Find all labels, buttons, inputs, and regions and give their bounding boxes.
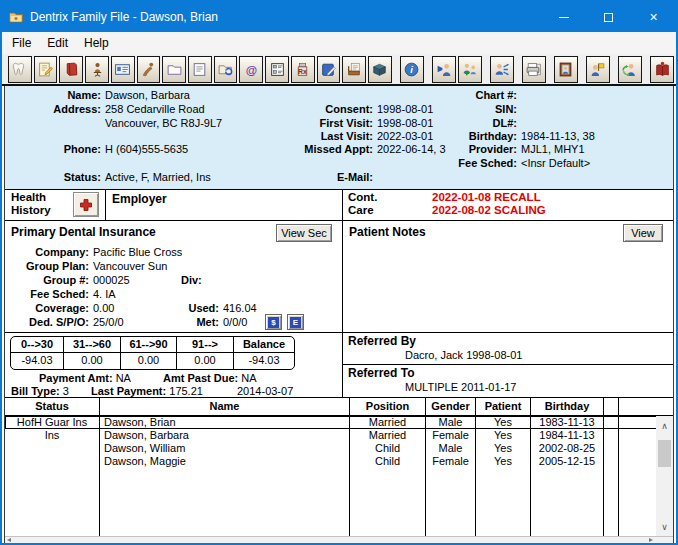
amt-past-due: Amt Past Due: NA — [163, 372, 257, 384]
file-organizer-icon — [346, 61, 363, 78]
exceptions-button[interactable]: E — [287, 314, 304, 330]
document-button[interactable] — [188, 56, 212, 83]
questionnaire-button[interactable] — [265, 56, 289, 83]
family-row-barbara[interactable]: InsDawson, BarbaraMarriedFemaleYes1984-1… — [5, 429, 673, 442]
first-visit-row: First Visit:1998-08-01 — [281, 117, 433, 129]
select-patient-icon — [436, 61, 453, 78]
name-row: Name:Dawson, Barbara — [9, 89, 190, 101]
address-line1: 258 Cedarville Road — [105, 103, 205, 115]
treatment-button[interactable] — [137, 56, 161, 83]
picture-frame-icon — [557, 61, 574, 78]
select-patient-button[interactable] — [432, 56, 456, 83]
health-history-button[interactable] — [73, 192, 99, 217]
cont-care-label-1: Cont. — [348, 191, 377, 203]
add-family-member-button[interactable] — [458, 56, 482, 83]
referred-by-title: Referred By — [348, 334, 416, 348]
info-button[interactable]: i — [400, 56, 424, 83]
header-position: Position — [350, 398, 426, 415]
cont-care-panel: Cont. Care 2022-01-08 RECALL 2022-08-02 … — [343, 190, 673, 220]
folder-sync-button[interactable] — [214, 56, 238, 83]
menu-help[interactable]: Help — [76, 34, 117, 52]
scroll-left-arrow[interactable] — [7, 538, 11, 542]
patient-id-button[interactable] — [111, 56, 135, 83]
company-row: Company:Pacific Blue Cross — [5, 246, 182, 258]
insurance-notes-row: Primary Dental Insurance View Sec Compan… — [5, 221, 673, 333]
sin-row: SIN: — [425, 103, 521, 115]
title-bar: Dentrix Family File - Dawson, Brian × — [2, 2, 676, 32]
running-person-icon — [140, 61, 157, 78]
treatment-planner-button[interactable] — [317, 56, 341, 83]
aging-val-61-90: 0.00 — [121, 353, 177, 369]
provider-row: Provider:MJL1, MHY1 — [425, 143, 585, 155]
office-journal-button[interactable] — [368, 56, 392, 83]
prescriptions-button[interactable]: Rx — [291, 56, 315, 83]
aging-val-balance: -94.03 — [234, 353, 294, 369]
referred-to-title: Referred To — [348, 366, 414, 380]
add-person-icon — [461, 61, 478, 78]
folder-button[interactable] — [162, 56, 186, 83]
aging-val-91: 0.00 — [177, 353, 234, 369]
app-icon — [8, 9, 24, 25]
content-area: Name:Dawson, Barbara Address:258 Cedarvi… — [4, 86, 674, 543]
group-number-row: Group #:000025 — [5, 274, 130, 286]
health-history-panel: Health History Employer — [5, 190, 343, 220]
referral-button[interactable] — [650, 56, 674, 83]
close-button[interactable]: × — [631, 2, 676, 32]
view-notes-button[interactable]: View — [623, 224, 663, 242]
dollar-icon: $ — [268, 317, 279, 328]
used-row: Used:416.04 — [145, 302, 257, 314]
vertical-scrollbar[interactable]: ∧ ∨ — [656, 416, 673, 536]
aging-val-31-60: 0.00 — [64, 353, 121, 369]
missed-appt-row: Missed Appt:2022-06-14, 3 — [281, 143, 446, 155]
family-row-brian[interactable]: HofH Guar InsDawson, BrianMarriedMaleYes… — [5, 416, 673, 429]
refresh-person-icon — [621, 61, 638, 78]
menu-file[interactable]: File — [4, 34, 39, 52]
header-name: Name — [100, 398, 350, 415]
patient-alert-button[interactable] — [586, 56, 610, 83]
patient-transfer-button[interactable] — [490, 56, 514, 83]
svg-text:@: @ — [246, 62, 257, 75]
folder-icon — [166, 61, 183, 78]
email-row: E-Mail: — [281, 171, 377, 183]
flag-person-icon — [589, 61, 606, 78]
coverage-row: Coverage:0.00 — [5, 302, 114, 314]
family-member-list: Status Name Position Gender Patient Birt… — [5, 398, 673, 536]
scroll-up-arrow[interactable]: ∧ — [656, 418, 673, 433]
health-history-row: Health History Employer Cont. Care 2022-… — [5, 190, 673, 221]
met-row: Met:0/0/0 — [145, 316, 247, 328]
referred-by-panel: Referred By Dacro, Jack 1998-08-01 — [343, 333, 673, 365]
open-book-person-icon — [654, 61, 671, 78]
email-button[interactable]: @ — [239, 56, 263, 83]
office-manager-button[interactable] — [85, 56, 109, 83]
patient-status: Active, F, Married, Ins — [105, 171, 211, 183]
dentrix-family-file-window: Dentrix Family File - Dawson, Brian × Fi… — [0, 0, 678, 545]
family-row-maggie[interactable]: Dawson, MaggieChildFemaleYes2005-12-15 — [5, 455, 673, 468]
document-center-button[interactable] — [342, 56, 366, 83]
red-cross-icon — [78, 197, 94, 213]
address-line2: Vancouver, BC R8J-9L7 — [101, 117, 222, 129]
ledger-button[interactable] — [59, 56, 83, 83]
minimize-button[interactable] — [541, 2, 586, 32]
patient-picture-button[interactable] — [554, 56, 578, 83]
scroll-down-arrow[interactable]: ∨ — [656, 519, 673, 534]
update-family-button[interactable] — [618, 56, 642, 83]
coverage-table-button[interactable]: $ — [265, 314, 282, 330]
family-table-filler — [5, 468, 673, 536]
toolbar: @ Rx i — [2, 54, 676, 86]
svg-text:i: i — [411, 64, 414, 75]
family-row-william[interactable]: Dawson, WilliamChildMaleYes2002-08-25 — [5, 442, 673, 455]
header-status: Status — [5, 398, 100, 415]
scrollbar-thumb[interactable] — [658, 440, 671, 467]
maximize-button[interactable] — [586, 2, 631, 32]
horizontal-scrollbar[interactable] — [5, 536, 673, 543]
book-pencil-icon — [320, 61, 337, 78]
menu-edit[interactable]: Edit — [39, 34, 76, 52]
patient-chart-button[interactable] — [8, 56, 32, 83]
aging-col-0-30: 0-->30 — [11, 337, 64, 353]
folder-sync-icon — [217, 61, 234, 78]
view-secondary-button[interactable]: View Sec — [276, 224, 332, 242]
print-button[interactable] — [522, 56, 546, 83]
last-visit-row: Last Visit:2022-03-01 — [281, 130, 433, 142]
scroll-right-arrow[interactable] — [649, 538, 653, 542]
patient-note-button[interactable] — [34, 56, 58, 83]
